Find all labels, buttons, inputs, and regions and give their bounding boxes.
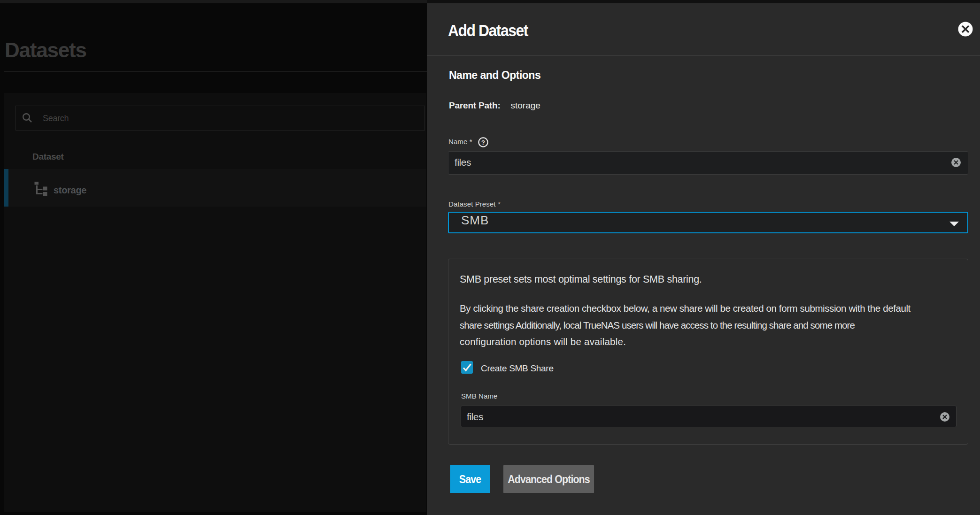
svg-text:?: ? <box>481 139 485 146</box>
